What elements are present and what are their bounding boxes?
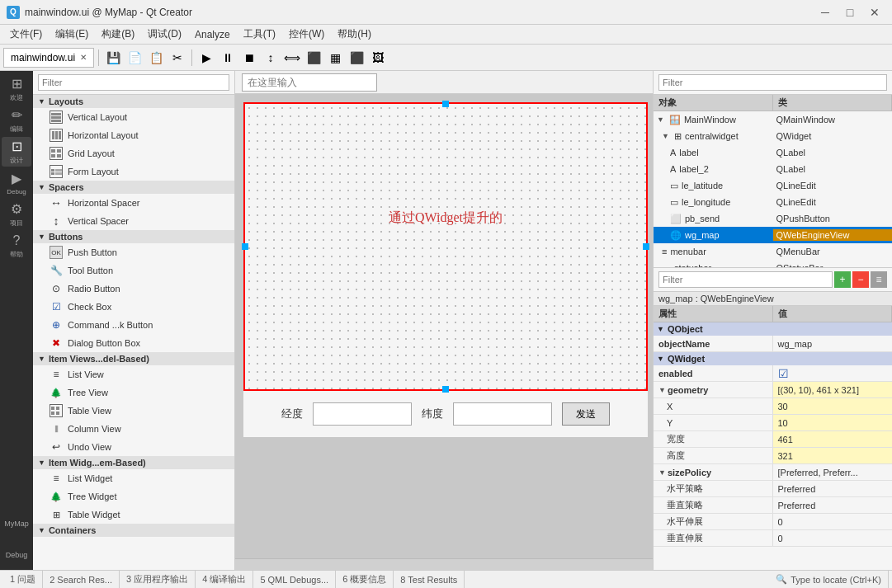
window-controls[interactable]: ─ □ ✕ — [814, 4, 885, 21]
toolbar-btn-2[interactable]: 📋 — [146, 48, 166, 68]
menu-file[interactable]: 文件(F) — [3, 26, 49, 43]
toolbar-save-btn[interactable]: 💾 — [103, 48, 123, 68]
enabled-checkbox[interactable]: ☑ — [778, 367, 789, 380]
prop-row-vstretch[interactable]: 垂直伸展 0 — [654, 530, 892, 547]
tree-row-mainwindow[interactable]: ▼ 🪟 MainWindow QMainWindow — [654, 111, 892, 128]
prop-section-qobject[interactable]: QObject — [654, 322, 892, 336]
prop-row-width[interactable]: 宽度 461 — [654, 431, 892, 448]
prop-row-height[interactable]: 高度 321 — [654, 448, 892, 464]
menu-widgets[interactable]: 控件(W) — [282, 26, 331, 43]
tree-row-le-latitude[interactable]: ▭ le_latitude QLineEdit — [654, 177, 892, 194]
prop-row-objectname[interactable]: objectName wg_map — [654, 336, 892, 352]
prop-section-qwidget[interactable]: QWidget — [654, 352, 892, 365]
status-test-results[interactable]: 8 Test Results — [394, 571, 465, 588]
sidebar-debug2[interactable]: Debug — [2, 540, 31, 570]
canvas-input[interactable] — [242, 73, 377, 92]
widget-push-button[interactable]: OK Push Button — [33, 243, 234, 261]
toolbar-btn-10[interactable]: ▦ — [325, 48, 345, 68]
minimize-button[interactable]: ─ — [814, 4, 836, 21]
status-compile[interactable]: 4 编译输出 — [196, 571, 253, 588]
canvas-scrollbar-bottom[interactable] — [235, 558, 653, 570]
widget-tree-widget[interactable]: 🌲 Tree Widget — [33, 487, 234, 506]
toolbar-btn-4[interactable]: ▶ — [196, 48, 216, 68]
widget-dialog-button-box[interactable]: ✖ Dialog Button Box — [33, 334, 234, 352]
menu-debug[interactable]: 调试(D) — [141, 26, 188, 43]
sidebar-debug[interactable]: ▶ Debug — [2, 168, 31, 198]
prop-row-y[interactable]: Y 10 — [654, 415, 892, 431]
sidebar-edit[interactable]: ✏ 编辑 — [2, 106, 31, 135]
tree-row-pb-send[interactable]: ⬜ pb_send QPushButton — [654, 210, 892, 227]
send-button[interactable]: 发送 — [562, 402, 610, 426]
widget-radio-button[interactable]: ⊙ Radio Button — [33, 280, 234, 298]
tree-row-menubar[interactable]: ≡ menubar QMenuBar — [654, 243, 892, 260]
prop-row-hpolicy[interactable]: 水平策略 Preferred — [654, 481, 892, 497]
status-app-output[interactable]: 3 应用程序输出 — [120, 571, 196, 588]
widget-vertical-layout[interactable]: Vertical Layout — [33, 108, 234, 126]
prop-row-sizepolicy[interactable]: ▼ sizePolicy [Preferred, Preferr... — [654, 464, 892, 481]
sidebar-help[interactable]: ? 帮助 — [2, 231, 31, 261]
prop-row-enabled[interactable]: enabled ☑ — [654, 365, 892, 382]
widget-check-box[interactable]: ☑ Check Box — [33, 298, 234, 316]
close-button[interactable]: ✕ — [864, 4, 885, 21]
toolbar-btn-11[interactable]: ⬛ — [347, 48, 366, 68]
tree-row-label[interactable]: A label QLabel — [654, 144, 892, 161]
prop-more-btn[interactable]: ≡ — [871, 271, 887, 288]
prop-remove-btn[interactable]: − — [852, 271, 869, 288]
sidebar-mymap[interactable]: MyMap — [2, 509, 31, 539]
category-buttons[interactable]: Buttons — [33, 230, 234, 243]
maximize-button[interactable]: □ — [839, 4, 861, 21]
prop-row-geometry[interactable]: ▼ geometry [(30, 10), 461 x 321] — [654, 382, 892, 398]
sidebar-design[interactable]: ⊡ 设计 — [2, 137, 31, 167]
status-general[interactable]: 6 概要信息 — [336, 571, 394, 588]
prop-add-btn[interactable]: + — [834, 271, 851, 288]
widget-horizontal-layout[interactable]: Horizontal Layout — [33, 126, 234, 144]
toolbar-btn-6[interactable]: ⏹ — [239, 48, 259, 68]
prop-row-hstretch[interactable]: 水平伸展 0 — [654, 514, 892, 530]
file-tab-close[interactable]: ✕ — [80, 53, 87, 62]
widget-table-widget[interactable]: ⊞ Table Widget — [33, 506, 234, 524]
file-tab[interactable]: mainwindow.ui ✕ — [3, 48, 94, 68]
widget-table-view[interactable]: Table View — [33, 402, 234, 420]
object-filter-input[interactable] — [658, 74, 887, 91]
toolbar-btn-9[interactable]: ⬛ — [304, 48, 323, 68]
widget-tree-view[interactable]: 🌲 Tree View — [33, 383, 234, 402]
menu-tools[interactable]: 工具(T) — [237, 26, 282, 43]
latitude-input[interactable] — [313, 402, 412, 426]
canvas-content[interactable]: 通过QWidget提升的 经度 纬度 发送 — [235, 94, 653, 558]
toolbar-btn-5[interactable]: ⏸ — [218, 48, 238, 68]
tree-row-centralwidget[interactable]: ▼ ⊞ centralwidget QWidget — [654, 128, 892, 144]
toolbar-btn-12[interactable]: 🖼 — [368, 48, 388, 68]
widget-list-widget[interactable]: ≡ List Widget — [33, 469, 234, 487]
prop-filter-input[interactable] — [658, 271, 833, 288]
toolbar-btn-8[interactable]: ⟺ — [282, 48, 302, 68]
toolbar-btn-7[interactable]: ↕ — [261, 48, 281, 68]
category-containers[interactable]: Containers — [33, 524, 234, 537]
tree-row-wg-map[interactable]: 🌐 wg_map QWebEngineView — [654, 227, 892, 243]
widget-tool-button[interactable]: 🔧 Tool Button — [33, 261, 234, 280]
menu-analyze[interactable]: Analyze — [188, 27, 237, 42]
status-search[interactable]: 2 Search Res... — [43, 571, 120, 588]
toolbar-btn-3[interactable]: ✂ — [168, 48, 187, 68]
widget-horizontal-spacer[interactable]: ↔ Horizontal Spacer — [33, 194, 234, 212]
menu-help[interactable]: 帮助(H) — [331, 26, 378, 43]
category-item-views[interactable]: Item Views...del-Based) — [33, 352, 234, 365]
longitude-input[interactable] — [453, 402, 552, 426]
menu-build[interactable]: 构建(B) — [95, 26, 141, 43]
tree-row-le-longitude[interactable]: ▭ le_longitude QLineEdit — [654, 194, 892, 210]
status-problems[interactable]: 1 问题 — [3, 571, 43, 588]
status-qml-debug[interactable]: 5 QML Debugs... — [253, 571, 336, 588]
widget-vertical-spacer[interactable]: ↕ Vertical Spacer — [33, 212, 234, 230]
sidebar-welcome[interactable]: ⊞ 欢迎 — [2, 74, 31, 104]
category-layouts[interactable]: Layouts — [33, 95, 234, 108]
category-spacers[interactable]: Spacers — [33, 181, 234, 194]
prop-row-x[interactable]: X 30 — [654, 398, 892, 415]
category-item-widgets[interactable]: Item Widg...em-Based) — [33, 456, 234, 469]
widget-filter-input[interactable] — [38, 74, 229, 91]
widget-undo-view[interactable]: ↩ Undo View — [33, 438, 234, 456]
widget-command-button[interactable]: ⊕ Command ...k Button — [33, 316, 234, 334]
toolbar-btn-1[interactable]: 📄 — [125, 48, 144, 68]
sidebar-projects[interactable]: ⚙ 项目 — [2, 200, 31, 229]
menu-edit[interactable]: 编辑(E) — [49, 26, 95, 43]
widget-column-view[interactable]: ⦀ Column View — [33, 420, 234, 438]
widget-grid-layout[interactable]: Grid Layout — [33, 144, 234, 162]
